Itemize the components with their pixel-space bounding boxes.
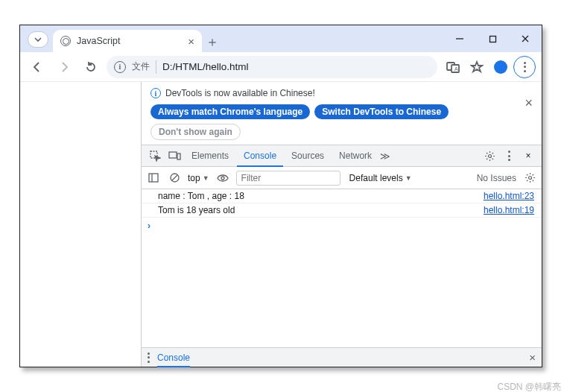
drawer-menu-button[interactable]: [148, 353, 150, 363]
toolbar: i 文件 D:/HTML/hello.html A: [20, 52, 542, 82]
tab-elements[interactable]: Elements: [185, 145, 235, 167]
caret-down-icon: ▼: [203, 174, 209, 182]
url-text: D:/HTML/hello.html: [162, 61, 249, 72]
more-tabs-button[interactable]: ≫: [380, 151, 390, 162]
log-levels-selector[interactable]: Default levels▼: [349, 173, 412, 183]
log-source-link[interactable]: hello.html:23: [484, 191, 542, 201]
svg-rect-1: [489, 36, 495, 42]
window-controls: [443, 25, 542, 52]
site-info-icon[interactable]: i: [114, 61, 126, 73]
devtools-panel: i DevTools is now available in Chinese! …: [141, 82, 542, 367]
devtools-menu-button[interactable]: [500, 151, 518, 161]
url-scheme-label: 文件: [132, 60, 150, 73]
log-entry: name : Tom , age : 18 hello.html:23: [142, 189, 542, 203]
switch-devtools-language-button[interactable]: Switch DevTools to Chinese: [314, 104, 449, 119]
tab-strip: JavaScript × ＋: [20, 25, 542, 52]
drawer-tab-console[interactable]: Console: [157, 348, 190, 367]
devtools-drawer: Console ×: [142, 347, 542, 367]
browser-window: JavaScript × ＋ i 文件 D:/HTML/hello.html A: [19, 25, 542, 367]
close-tab-icon[interactable]: ×: [188, 35, 194, 48]
back-button[interactable]: [26, 56, 48, 78]
kebab-icon: [148, 353, 150, 363]
svg-text:A: A: [454, 66, 458, 72]
new-tab-button[interactable]: ＋: [202, 31, 223, 52]
tab-network[interactable]: Network: [332, 145, 378, 167]
bookmark-button[interactable]: [466, 56, 488, 78]
forward-button[interactable]: [53, 56, 75, 78]
dont-show-again-button[interactable]: Don't show again: [150, 124, 241, 140]
search-tabs-button[interactable]: [28, 31, 48, 48]
tab-console[interactable]: Console: [237, 145, 283, 167]
content-area: i DevTools is now available in Chinese! …: [20, 82, 542, 367]
svg-point-15: [221, 177, 224, 180]
kebab-icon: [508, 151, 510, 161]
globe-icon: [60, 36, 71, 46]
reload-button[interactable]: [80, 56, 102, 78]
translate-button[interactable]: A: [442, 56, 464, 78]
caret-down-icon: ▼: [405, 174, 412, 182]
close-notice-button[interactable]: ×: [525, 95, 533, 111]
log-message: name : Tom , age : 18: [158, 191, 484, 201]
console-prompt[interactable]: ›: [142, 218, 542, 231]
toggle-sidebar-button[interactable]: [146, 173, 161, 183]
clear-console-button[interactable]: [167, 173, 182, 183]
svg-point-10: [488, 154, 491, 157]
address-bar[interactable]: i 文件 D:/HTML/hello.html: [107, 56, 437, 78]
close-devtools-button[interactable]: ×: [519, 151, 537, 161]
chevron-down-icon: [34, 36, 42, 43]
minimize-button[interactable]: [443, 25, 476, 52]
always-match-language-button[interactable]: Always match Chrome's language: [150, 104, 310, 119]
console-output[interactable]: name : Tom , age : 18 hello.html:23 Tom …: [142, 189, 542, 347]
console-settings-button[interactable]: [522, 172, 537, 183]
devtools-settings-button[interactable]: [481, 151, 498, 162]
tab-title: JavaScript: [77, 36, 120, 46]
separator: [156, 60, 156, 74]
log-entry: Tom is 18 years old hello.html:19: [142, 203, 542, 218]
notice-text: DevTools is now available in Chinese!: [165, 88, 315, 98]
console-toolbar: top▼ Default levels▼ No Issues: [142, 167, 542, 189]
devtools-language-notice: i DevTools is now available in Chinese! …: [142, 82, 542, 145]
kebab-icon: [524, 62, 526, 72]
profile-button[interactable]: [489, 56, 512, 78]
filter-input[interactable]: [236, 171, 340, 186]
tab-sources[interactable]: Sources: [285, 145, 331, 167]
page-viewport: [20, 82, 141, 367]
close-drawer-button[interactable]: ×: [529, 351, 536, 364]
svg-line-14: [172, 175, 177, 180]
log-source-link[interactable]: hello.html:19: [484, 205, 542, 215]
inspect-element-button[interactable]: [146, 151, 164, 162]
browser-tab[interactable]: JavaScript ×: [53, 30, 202, 52]
svg-rect-9: [177, 154, 180, 159]
avatar-icon: [494, 60, 507, 74]
context-selector[interactable]: top▼: [188, 173, 209, 183]
watermark: CSDN @韩曙亮: [497, 381, 561, 392]
device-toolbar-button[interactable]: [165, 151, 183, 161]
svg-rect-8: [169, 152, 177, 158]
info-icon: i: [150, 88, 161, 98]
context-label: top: [188, 173, 200, 183]
svg-point-16: [528, 177, 531, 180]
log-message: Tom is 18 years old: [158, 205, 484, 215]
svg-rect-11: [149, 174, 158, 182]
maximize-button[interactable]: [476, 25, 509, 52]
close-window-button[interactable]: [509, 25, 542, 52]
issues-indicator[interactable]: No Issues: [477, 173, 516, 183]
menu-button[interactable]: [513, 56, 536, 78]
live-expression-button[interactable]: [215, 174, 230, 183]
devtools-tabs: Elements Console Sources Network ≫ ×: [142, 145, 542, 167]
levels-label: Default levels: [349, 173, 403, 183]
